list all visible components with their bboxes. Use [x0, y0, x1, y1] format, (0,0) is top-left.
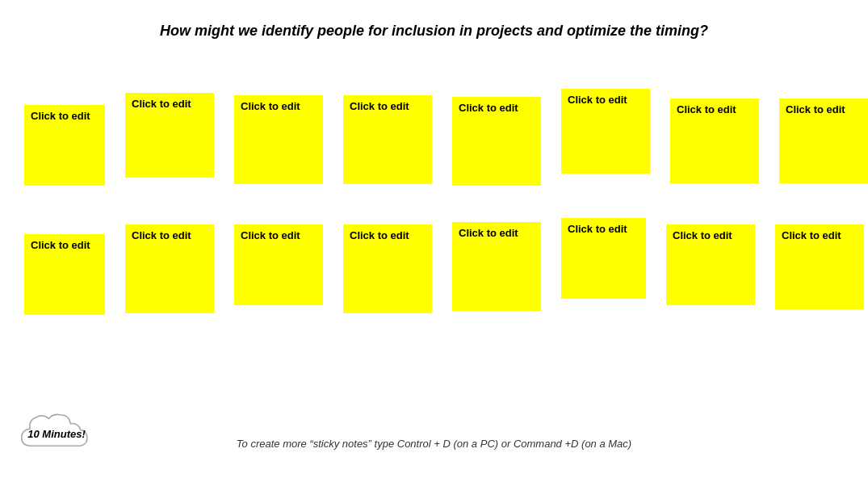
cloud-shape: 10 Minutes! — [16, 411, 97, 455]
sticky-note-r2-5[interactable]: Click to edit — [452, 222, 541, 311]
sticky-note-r1-4[interactable]: Click to edit — [343, 95, 432, 184]
sticky-note-r1-2[interactable]: Click to edit — [125, 93, 214, 178]
sticky-note-label: Click to edit — [125, 93, 214, 116]
sticky-note-r1-3[interactable]: Click to edit — [234, 95, 323, 184]
sticky-note-r1-7[interactable]: Click to edit — [670, 99, 759, 183]
sticky-note-r2-8[interactable]: Click to edit — [775, 224, 864, 309]
sticky-row-1: Click to edit Click to edit Click to edi… — [0, 89, 868, 186]
sticky-note-label: Click to edit — [234, 224, 323, 248]
sticky-note-label: Click to edit — [561, 218, 646, 241]
sticky-note-r2-3[interactable]: Click to edit — [234, 224, 323, 305]
sticky-note-r2-6[interactable]: Click to edit — [561, 218, 646, 299]
timer-widget: 10 Minutes! — [16, 411, 97, 455]
sticky-note-r1-6[interactable]: Click to edit — [561, 89, 650, 174]
sticky-note-label: Click to edit — [24, 234, 105, 258]
sticky-note-label: Click to edit — [561, 89, 650, 112]
sticky-note-r2-1[interactable]: Click to edit — [24, 234, 105, 315]
sticky-note-label: Click to edit — [666, 224, 755, 248]
page-title: How might we identify people for inclusi… — [0, 0, 868, 40]
sticky-note-r2-2[interactable]: Click to edit — [125, 224, 214, 313]
sticky-note-label: Click to edit — [670, 99, 759, 122]
sticky-note-r2-7[interactable]: Click to edit — [666, 224, 755, 305]
sticky-note-label: Click to edit — [24, 105, 105, 128]
timer-label: 10 Minutes! — [27, 427, 86, 439]
sticky-row-2: Click to edit Click to edit Click to edi… — [0, 218, 868, 315]
sticky-note-label: Click to edit — [343, 95, 432, 119]
sticky-note-r1-8[interactable]: Click to edit — [779, 99, 868, 183]
sticky-note-label: Click to edit — [775, 224, 864, 248]
footer-hint: To create more “sticky notes” type Contr… — [237, 438, 631, 450]
sticky-note-label: Click to edit — [779, 99, 868, 122]
sticky-note-label: Click to edit — [452, 97, 541, 120]
sticky-note-r1-1[interactable]: Click to edit — [24, 105, 105, 186]
sticky-note-label: Click to edit — [234, 95, 323, 119]
sticky-note-label: Click to edit — [343, 224, 432, 248]
sticky-note-r1-5[interactable]: Click to edit — [452, 97, 541, 186]
sticky-note-label: Click to edit — [125, 224, 214, 248]
sticky-note-label: Click to edit — [452, 222, 541, 245]
sticky-note-r2-4[interactable]: Click to edit — [343, 224, 432, 313]
